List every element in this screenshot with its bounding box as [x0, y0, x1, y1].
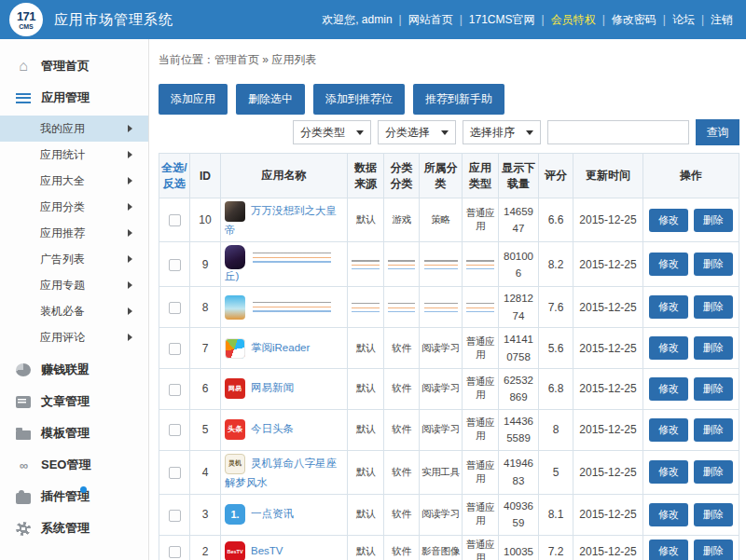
cell-id: 10 — [190, 198, 221, 242]
edit-button[interactable]: 修改 — [649, 377, 688, 401]
sidebar-item-文章管理[interactable]: 文章管理 — [0, 386, 148, 417]
pie-icon — [16, 363, 31, 376]
delete-button[interactable]: 删除 — [694, 336, 733, 360]
sidebar-item-应用管理[interactable]: 应用管理 — [0, 82, 148, 114]
row-checkbox[interactable] — [169, 467, 181, 479]
delete-button[interactable]: 删除 — [694, 540, 733, 560]
app-name-link[interactable]: 掌阅iReader — [251, 342, 310, 353]
app-name-link[interactable]: 网易新闻 — [251, 383, 294, 394]
edit-button[interactable]: 修改 — [649, 460, 688, 484]
toolbar-button-添加到推荐位[interactable]: 添加到推荐位 — [313, 84, 405, 115]
edit-button[interactable]: 修改 — [649, 209, 688, 232]
app-icon-photo — [225, 201, 245, 222]
top-link-修改密码[interactable]: 修改密码 — [612, 12, 656, 28]
cell-rating: 6.6 — [539, 198, 573, 242]
app-icon-bestv: BesTV — [225, 541, 245, 560]
delete-button[interactable]: 删除 — [694, 253, 733, 276]
breadcrumb: 当前位置：管理首页 » 应用列表 — [159, 52, 739, 68]
cell-rating: 5 — [539, 450, 573, 494]
app-name-link[interactable]: BesTV — [251, 545, 283, 556]
row-checkbox[interactable] — [169, 302, 181, 314]
sidebar-item-SEO管理[interactable]: ∞SEO管理 — [0, 449, 148, 481]
table-row: 10万万没想到之大皇帝默认游戏策略普通应用14659476.62015-12-2… — [159, 198, 739, 242]
sidebar-subitem-应用分类[interactable]: 应用分类 — [0, 194, 148, 220]
sidebar-subitem-装机必备[interactable]: 装机必备 — [0, 298, 148, 324]
delete-button[interactable]: 删除 — [694, 209, 733, 232]
table-header-row: 全选/反选ID应用名称数据来源分类分类所属分类应用类型显示下载量评分更新时间操作 — [159, 154, 739, 198]
app-icon-ireader — [225, 338, 245, 359]
filter-bar: 分类类型分类选择选择排序 查询 — [159, 119, 739, 145]
sidebar-item-label: 模板管理 — [41, 425, 90, 442]
cell-subcategory: 策略 — [420, 198, 463, 242]
sidebar-subitem-应用评论[interactable]: 应用评论 — [0, 324, 148, 350]
select-选择排序[interactable]: 选择排序 — [463, 120, 541, 144]
delete-button[interactable]: 删除 — [694, 418, 733, 442]
sidebar-item-插件管理[interactable]: 插件管理 — [0, 481, 148, 512]
row-checkbox[interactable] — [169, 384, 181, 396]
sidebar-item-模板管理[interactable]: 模板管理 — [0, 417, 148, 449]
cell-app-type: 普通应用 — [463, 535, 499, 560]
sidebar-subitem-应用推荐[interactable]: 应用推荐 — [0, 220, 148, 246]
sidebar-item-系统管理[interactable]: 系统管理 — [0, 512, 148, 544]
row-checkbox[interactable] — [169, 214, 181, 226]
glitched-text — [253, 253, 342, 266]
select-value: 选择排序 — [470, 125, 515, 141]
row-checkbox[interactable] — [169, 546, 181, 558]
cell-actions: 修改删除 — [643, 369, 739, 410]
breadcrumb-item-home[interactable]: 管理首页 — [214, 53, 259, 66]
sidebar-subitem-应用大全[interactable]: 应用大全 — [0, 168, 148, 194]
top-link-171CMS官网[interactable]: 171CMS官网 — [469, 12, 535, 28]
select-分类类型[interactable]: 分类类型 — [293, 120, 371, 144]
search-input[interactable] — [547, 120, 689, 144]
sidebar-subitem-我的应用[interactable]: 我的应用 — [0, 116, 148, 142]
cell-downloads: 4194683 — [499, 450, 539, 494]
top-link-vip[interactable]: 会员特权 — [551, 12, 596, 28]
edit-button[interactable]: 修改 — [649, 295, 688, 319]
delete-button[interactable]: 删除 — [694, 295, 733, 319]
edit-button[interactable]: 修改 — [649, 418, 688, 442]
cell-rating: 7.2 — [539, 535, 573, 560]
select-all-toggle[interactable]: 全选/反选 — [159, 154, 190, 198]
glitched-text — [466, 303, 494, 312]
edit-button[interactable]: 修改 — [649, 336, 688, 360]
top-link-注销[interactable]: 注销 — [711, 12, 733, 28]
top-link-网站首页[interactable]: 网站首页 — [408, 12, 453, 28]
toolbar-button-推荐到新手助[interactable]: 推荐到新手助 — [413, 84, 504, 115]
delete-button[interactable]: 删除 — [694, 377, 733, 401]
select-分类选择[interactable]: 分类选择 — [378, 120, 456, 144]
cell-category: 游戏 — [384, 198, 420, 242]
top-link-论坛[interactable]: 论坛 — [672, 12, 695, 28]
row-checkbox[interactable] — [169, 343, 181, 355]
app-name-link[interactable]: 今日头条 — [251, 424, 294, 435]
delete-button[interactable]: 删除 — [694, 503, 733, 526]
sidebar-item-label: 应用管理 — [41, 89, 90, 106]
cell-downloads: 144365589 — [499, 409, 539, 450]
app-name-wrap: 网易网易新闻 — [225, 378, 345, 399]
toolbar-button-删除选中[interactable]: 删除选中 — [236, 84, 305, 115]
cell-subcategory — [420, 287, 463, 328]
edit-button[interactable]: 修改 — [649, 253, 688, 276]
edit-button[interactable]: 修改 — [649, 503, 688, 526]
edit-button[interactable]: 修改 — [649, 540, 688, 560]
query-button[interactable]: 查询 — [696, 119, 739, 145]
cell-category: 软件 — [384, 495, 420, 536]
toolbar-button-添加应用[interactable]: 添加应用 — [159, 84, 228, 115]
app-name-link[interactable]: 一点资讯 — [251, 509, 294, 520]
cell-actions: 修改删除 — [643, 198, 739, 242]
row-checkbox[interactable] — [169, 510, 181, 522]
cell-downloads: 1465947 — [499, 198, 539, 242]
sidebar-item-赚钱联盟[interactable]: 赚钱联盟 — [0, 354, 148, 386]
cell-source: 默认 — [348, 369, 384, 410]
app-title: 应用市场管理系统 — [54, 11, 173, 29]
delete-button[interactable]: 删除 — [694, 460, 733, 484]
app-icon-glitchblue — [225, 295, 245, 320]
app-name-fragment[interactable]: 丘) — [225, 269, 345, 283]
row-checkbox[interactable] — [169, 259, 181, 271]
sidebar-subitem-应用专题[interactable]: 应用专题 — [0, 272, 148, 298]
cell-actions: 修改删除 — [643, 535, 739, 560]
sidebar-subitem-广告列表[interactable]: 广告列表 — [0, 246, 148, 272]
column-header-显示下载量: 显示下载量 — [499, 154, 539, 198]
sidebar-item-管理首页[interactable]: ⌂管理首页 — [0, 50, 148, 82]
sidebar-subitem-应用统计[interactable]: 应用统计 — [0, 142, 148, 168]
row-checkbox[interactable] — [169, 424, 181, 436]
